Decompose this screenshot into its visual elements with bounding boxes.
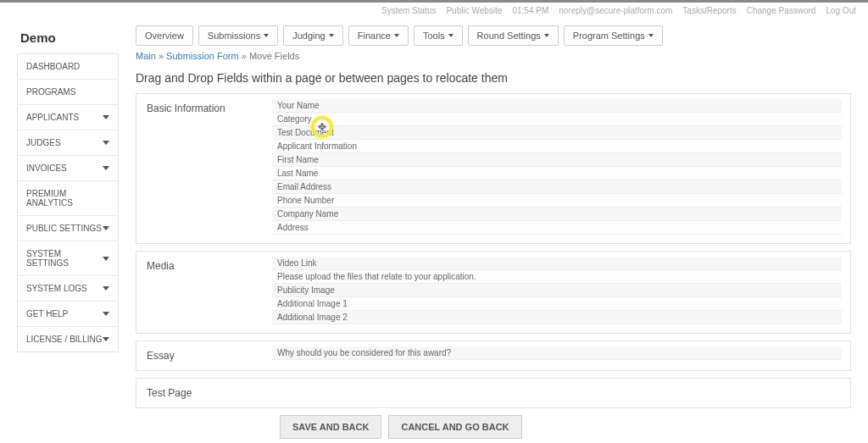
- sidebar-item-premium-analytics[interactable]: PREMIUM ANALYTICS: [18, 181, 118, 216]
- sidebar-nav: DASHBOARDPROGRAMSAPPLICANTSJUDGESINVOICE…: [17, 53, 119, 352]
- sidebar-item-judges[interactable]: JUDGES: [18, 130, 118, 156]
- draggable-field[interactable]: Publicity Image: [272, 284, 842, 297]
- draggable-field[interactable]: Applicant Information: [272, 140, 842, 153]
- system-status-link[interactable]: System Status: [381, 6, 436, 15]
- chevron-down-icon: [103, 257, 109, 261]
- draggable-field[interactable]: Additional Image 2: [272, 311, 842, 324]
- tab-finance[interactable]: Finance: [348, 25, 409, 46]
- sidebar-item-label: SYSTEM SETTINGS: [26, 249, 103, 268]
- top-utility-bar: System Status Public Website 01:54 PM no…: [0, 0, 868, 19]
- tab-submissions[interactable]: Submissions: [198, 25, 278, 46]
- draggable-field[interactable]: Additional Image 1: [272, 297, 842, 311]
- sidebar-item-get-help[interactable]: GET HELP: [18, 302, 118, 327]
- draggable-field[interactable]: Company Name: [272, 208, 842, 221]
- chevron-down-icon: [264, 34, 269, 37]
- sidebar-item-programs[interactable]: PROGRAMS: [18, 80, 118, 105]
- app-brand: Demo: [20, 30, 119, 45]
- change-password-link[interactable]: Change Password: [747, 6, 816, 15]
- chevron-down-icon: [103, 312, 109, 316]
- tab-overview[interactable]: Overview: [136, 25, 193, 46]
- section-name: Test Page: [136, 379, 272, 407]
- draggable-field[interactable]: Category: [272, 113, 842, 126]
- draggable-field[interactable]: Why should you be considered for this aw…: [272, 346, 842, 360]
- chevron-down-icon: [103, 166, 109, 170]
- account-email: noreply@secure-platform.com: [559, 6, 672, 15]
- draggable-field[interactable]: Phone Number: [272, 194, 842, 208]
- sidebar-item-label: PUBLIC SETTINGS: [26, 224, 102, 233]
- tasks-reports-link[interactable]: Tasks/Reports: [682, 6, 736, 15]
- sidebar-item-label: SYSTEM LOGS: [26, 284, 87, 293]
- section-drop-zone[interactable]: Video LinkPlease upload the files that r…: [272, 252, 850, 333]
- chevron-down-icon: [103, 286, 109, 291]
- tab-program-settings[interactable]: Program Settings: [564, 25, 663, 46]
- save-and-back-button[interactable]: SAVE AND BACK: [280, 415, 381, 439]
- cancel-and-go-back-button[interactable]: CANCEL AND GO BACK: [388, 415, 521, 439]
- draggable-field[interactable]: First Name: [272, 153, 842, 167]
- draggable-field[interactable]: Your Name: [272, 99, 842, 113]
- draggable-field[interactable]: Please upload the files that relate to y…: [272, 270, 842, 284]
- sidebar-item-public-settings[interactable]: PUBLIC SETTINGS: [18, 216, 118, 241]
- sidebar-item-label: APPLICANTS: [26, 113, 79, 122]
- sidebar-item-label: INVOICES: [26, 163, 67, 173]
- tab-tools[interactable]: Tools: [414, 25, 463, 46]
- page-title: Drag and Drop Fields within a page or be…: [136, 71, 851, 85]
- chevron-down-icon: [103, 337, 109, 341]
- program-tabs: OverviewSubmissionsJudgingFinanceToolsRo…: [136, 25, 851, 46]
- sidebar-item-label: LICENSE / BILLING: [26, 335, 102, 344]
- chevron-down-icon: [544, 34, 549, 37]
- sidebar-item-system-logs[interactable]: SYSTEM LOGS: [18, 276, 118, 302]
- draggable-field[interactable]: Last Name: [272, 167, 842, 180]
- sidebar-item-label: DASHBOARD: [26, 62, 80, 71]
- section-panel: EssayWhy should you be considered for th…: [136, 341, 851, 371]
- section-panel: Test Page: [136, 378, 851, 408]
- draggable-field[interactable]: Test Document: [272, 126, 842, 140]
- section-drop-zone[interactable]: Your NameCategoryTest DocumentApplicant …: [272, 94, 850, 243]
- sidebar-item-license-billing[interactable]: LICENSE / BILLING: [18, 327, 118, 352]
- sidebar-item-dashboard[interactable]: DASHBOARD: [18, 54, 118, 80]
- sidebar-item-label: GET HELP: [26, 309, 68, 318]
- sidebar-item-label: PREMIUM ANALYTICS: [26, 189, 109, 208]
- section-name: Media: [136, 252, 272, 333]
- public-website-link[interactable]: Public Website: [446, 6, 502, 15]
- sidebar-item-invoices[interactable]: INVOICES: [18, 156, 118, 181]
- sidebar-item-label: PROGRAMS: [26, 87, 75, 97]
- section-name: Basic Information: [136, 94, 272, 243]
- chevron-down-icon: [648, 34, 654, 37]
- chevron-down-icon: [448, 34, 453, 37]
- chevron-down-icon: [329, 34, 334, 37]
- breadcrumb-main[interactable]: Main: [136, 51, 156, 61]
- sidebar-item-label: JUDGES: [26, 138, 61, 147]
- sidebar-item-system-settings[interactable]: SYSTEM SETTINGS: [18, 241, 118, 276]
- breadcrumb-submission-form[interactable]: Submission Form: [166, 51, 239, 61]
- section-drop-zone[interactable]: Why should you be considered for this aw…: [272, 341, 850, 370]
- section-panel: MediaVideo LinkPlease upload the files t…: [136, 251, 851, 334]
- tab-round-settings[interactable]: Round Settings: [468, 25, 559, 46]
- chevron-down-icon: [103, 141, 109, 145]
- chevron-down-icon: [394, 34, 399, 37]
- chevron-down-icon: [103, 226, 109, 230]
- chevron-down-icon: [103, 115, 109, 119]
- tab-judging[interactable]: Judging: [283, 25, 343, 46]
- section-panel: Basic InformationYour NameCategoryTest D…: [136, 93, 851, 244]
- section-name: Essay: [136, 341, 272, 370]
- draggable-field[interactable]: Address: [272, 221, 842, 235]
- draggable-field[interactable]: Email Address: [272, 180, 842, 194]
- logout-link[interactable]: Log Out: [826, 6, 856, 15]
- section-drop-zone[interactable]: [272, 379, 850, 407]
- breadcrumb: Main » Submission Form » Move Fields: [136, 51, 851, 61]
- draggable-field[interactable]: Video Link: [272, 257, 842, 270]
- sidebar-item-applicants[interactable]: APPLICANTS: [18, 105, 118, 130]
- clock-text: 01:54 PM: [512, 6, 548, 15]
- breadcrumb-current: Move Fields: [249, 51, 299, 61]
